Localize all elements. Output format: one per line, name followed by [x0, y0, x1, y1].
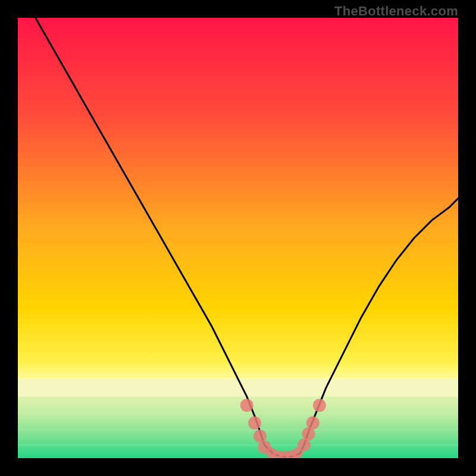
gradient-background: [18, 18, 458, 458]
chart-frame: TheBottleneck.com: [0, 0, 476, 476]
plot-area: [18, 18, 458, 458]
marker-dot: [240, 399, 253, 412]
chart-svg: [18, 18, 458, 458]
marker-dot: [306, 416, 320, 430]
marker-dot: [313, 399, 326, 412]
watermark-text: TheBottleneck.com: [334, 4, 458, 19]
marker-dot: [248, 416, 261, 430]
